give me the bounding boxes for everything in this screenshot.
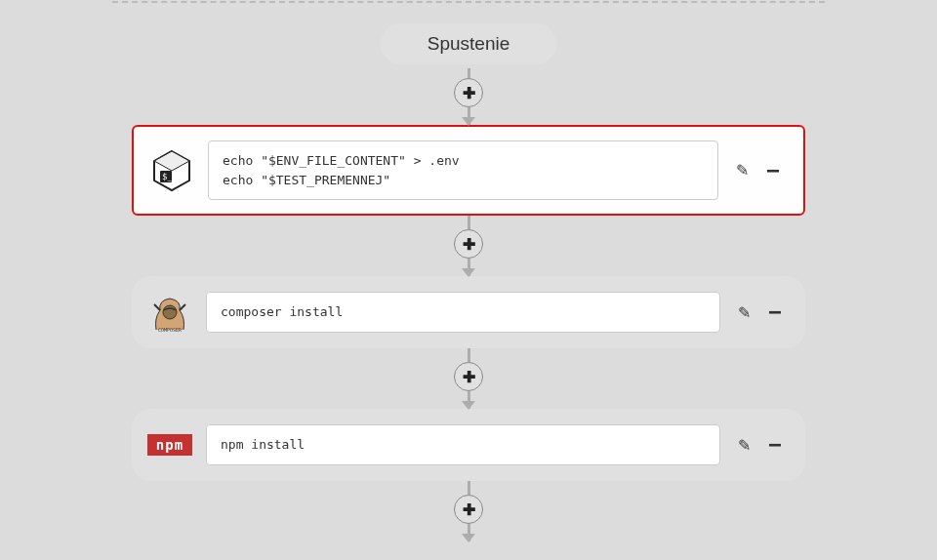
step-actions: ✎ − bbox=[734, 436, 786, 455]
add-step-button[interactable]: ✚ bbox=[454, 495, 483, 524]
connector-line bbox=[468, 68, 470, 78]
plus-icon: ✚ bbox=[463, 235, 475, 254]
edit-step-button[interactable]: ✎ bbox=[738, 303, 751, 322]
connector-line bbox=[468, 348, 470, 362]
remove-step-button[interactable]: − bbox=[768, 306, 782, 318]
plus-icon: ✚ bbox=[463, 84, 475, 102]
connector-line bbox=[468, 481, 470, 495]
step-actions: ✎ − bbox=[732, 161, 784, 180]
svg-text:COMPOSER: COMPOSER bbox=[158, 327, 183, 333]
command-input[interactable]: npm install bbox=[206, 424, 720, 465]
remove-step-button[interactable]: − bbox=[768, 439, 782, 451]
trigger-label: Spustenie bbox=[428, 33, 510, 54]
minus-icon: − bbox=[766, 165, 780, 177]
pencil-icon: ✎ bbox=[736, 161, 749, 180]
pencil-icon: ✎ bbox=[738, 303, 751, 322]
bash-icon: $_ bbox=[149, 148, 194, 193]
pipeline-step: $_ echo "$ENV_FILE_CONTENT" > .env echo … bbox=[132, 125, 805, 216]
edit-step-button[interactable]: ✎ bbox=[736, 161, 749, 180]
trigger-badge[interactable]: Spustenie bbox=[381, 23, 557, 64]
connector-arrow bbox=[468, 524, 470, 541]
command-input[interactable]: echo "$ENV_FILE_CONTENT" > .env echo "$T… bbox=[208, 140, 718, 200]
pencil-icon: ✎ bbox=[738, 436, 751, 455]
connector-arrow bbox=[468, 107, 470, 125]
connector-line bbox=[468, 216, 470, 229]
plus-icon: ✚ bbox=[463, 368, 475, 386]
minus-icon: − bbox=[768, 306, 782, 318]
connector-arrow bbox=[468, 259, 470, 276]
command-input[interactable]: composer install bbox=[206, 292, 720, 333]
pipeline-step: COMPOSER composer install ✎ − bbox=[132, 276, 805, 348]
svg-point-4 bbox=[163, 305, 177, 319]
edit-step-button[interactable]: ✎ bbox=[738, 436, 751, 455]
pipeline-step: npm npm install ✎ − bbox=[132, 409, 805, 481]
pipeline-container: Spustenie ✚ $_ echo "$ENV_FILE_CONTENT" … bbox=[0, 0, 937, 541]
composer-icon: COMPOSER bbox=[147, 290, 192, 335]
add-step-button[interactable]: ✚ bbox=[454, 362, 483, 391]
plus-icon: ✚ bbox=[463, 500, 475, 519]
minus-icon: − bbox=[768, 439, 782, 451]
svg-text:$_: $_ bbox=[162, 172, 173, 181]
add-step-button[interactable]: ✚ bbox=[454, 229, 483, 259]
add-step-button[interactable]: ✚ bbox=[454, 78, 483, 107]
step-actions: ✎ − bbox=[734, 303, 786, 322]
npm-text: npm bbox=[156, 437, 183, 453]
connector-arrow bbox=[468, 391, 470, 409]
remove-step-button[interactable]: − bbox=[766, 165, 780, 177]
npm-icon: npm bbox=[147, 422, 192, 467]
